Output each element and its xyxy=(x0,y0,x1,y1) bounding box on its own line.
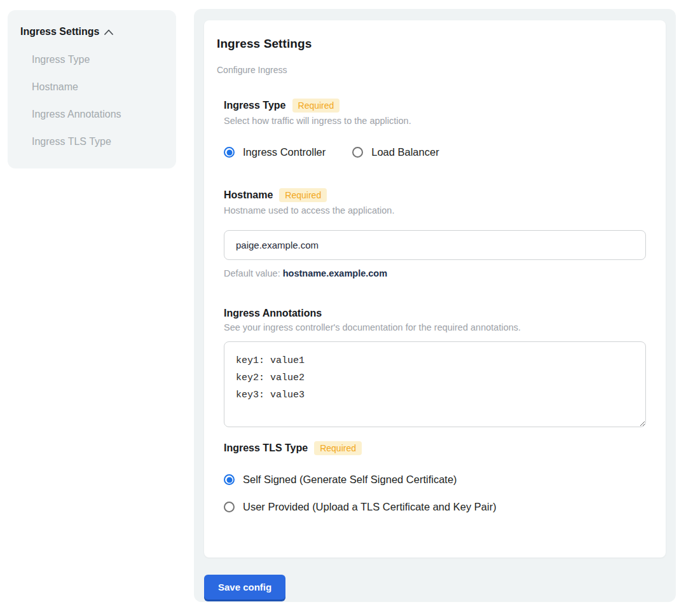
default-value-text: hostname.example.com xyxy=(283,268,387,278)
form-body: Ingress Type Required Select how traffic… xyxy=(224,99,653,513)
field-group-ingress-tls-type: Ingress TLS Type Required Self Signed (G… xyxy=(224,441,653,513)
required-badge: Required xyxy=(292,99,340,113)
ingress-settings-card: Ingress Settings Configure Ingress Ingre… xyxy=(204,20,666,558)
ingress-tls-type-radio-group: Self Signed (Generate Self Signed Certif… xyxy=(224,474,653,513)
radio-option-self-signed[interactable]: Self Signed (Generate Self Signed Certif… xyxy=(224,474,653,486)
hostname-label: Hostname xyxy=(224,189,273,201)
save-config-button[interactable]: Save config xyxy=(204,575,285,599)
chevron-up-icon xyxy=(104,29,113,35)
field-group-ingress-type: Ingress Type Required Select how traffic… xyxy=(224,99,653,158)
required-badge: Required xyxy=(314,441,362,455)
page-title: Ingress Settings xyxy=(217,37,653,51)
sidebar-item-ingress-type[interactable]: Ingress Type xyxy=(32,54,163,65)
default-value-prefix: Default value: xyxy=(224,268,280,278)
sidebar-section-title: Ingress Settings xyxy=(20,26,99,38)
radio-option-load-balancer[interactable]: Load Balancer xyxy=(352,146,439,158)
radio-label: Load Balancer xyxy=(371,146,439,158)
ingress-annotations-description: See your ingress controller's documentat… xyxy=(224,322,653,332)
required-badge: Required xyxy=(279,188,327,202)
radio-label: User Provided (Upload a TLS Certificate … xyxy=(243,501,497,513)
settings-sidebar: Ingress Settings Ingress Type Hostname I… xyxy=(8,10,176,168)
ingress-annotations-label: Ingress Annotations xyxy=(224,308,322,319)
radio-label: Self Signed (Generate Self Signed Certif… xyxy=(243,474,457,486)
ingress-settings-panel: Ingress Settings Configure Ingress Ingre… xyxy=(194,9,676,602)
hostname-input[interactable] xyxy=(224,230,646,260)
sidebar-item-ingress-annotations[interactable]: Ingress Annotations xyxy=(32,109,163,120)
page-subtitle: Configure Ingress xyxy=(217,65,653,75)
radio-button-icon[interactable] xyxy=(224,502,235,512)
radio-label: Ingress Controller xyxy=(243,146,326,158)
sidebar-item-ingress-tls-type[interactable]: Ingress TLS Type xyxy=(32,136,163,147)
radio-button-icon[interactable] xyxy=(352,147,363,158)
ingress-tls-type-label: Ingress TLS Type xyxy=(224,442,308,454)
sidebar-item-hostname[interactable]: Hostname xyxy=(32,81,163,93)
ingress-type-label: Ingress Type xyxy=(224,100,286,111)
ingress-type-radio-group: Ingress Controller Load Balancer xyxy=(224,146,653,158)
radio-option-ingress-controller[interactable]: Ingress Controller xyxy=(224,146,326,158)
radio-option-user-provided[interactable]: User Provided (Upload a TLS Certificate … xyxy=(224,501,653,513)
radio-button-icon[interactable] xyxy=(224,147,235,158)
sidebar-items: Ingress Type Hostname Ingress Annotation… xyxy=(32,54,163,147)
sidebar-section-ingress-settings[interactable]: Ingress Settings xyxy=(20,26,163,38)
hostname-default-value: Default value: hostname.example.com xyxy=(224,268,653,278)
ingress-annotations-textarea[interactable]: key1: value1 key2: value2 key3: value3 xyxy=(224,341,646,427)
radio-button-icon[interactable] xyxy=(224,474,235,485)
field-group-hostname: Hostname Required Hostname used to acces… xyxy=(224,188,653,278)
hostname-description: Hostname used to access the application. xyxy=(224,205,653,216)
ingress-type-description: Select how traffic will ingress to the a… xyxy=(224,116,653,126)
field-group-ingress-annotations: Ingress Annotations See your ingress con… xyxy=(224,308,653,427)
